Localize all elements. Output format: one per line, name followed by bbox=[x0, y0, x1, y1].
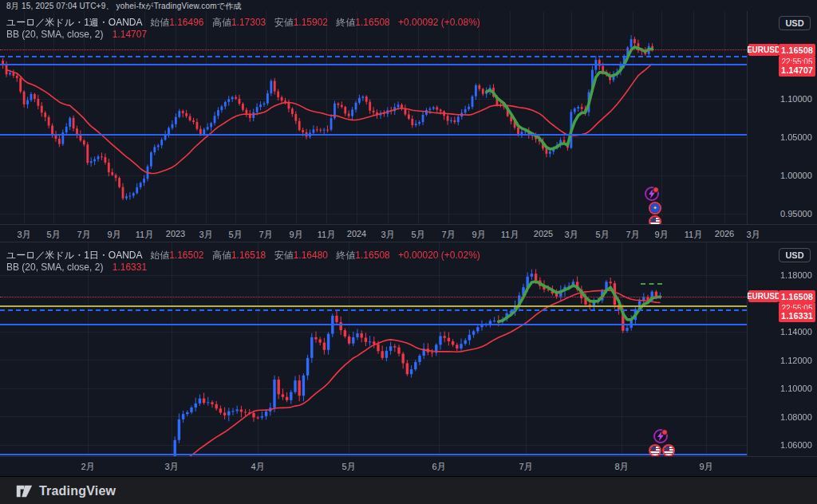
attribution-text: 8月 15, 2025 07:04 UTC+9、 yohei-fxがTradin… bbox=[6, 1, 242, 12]
open-label: 始値 bbox=[150, 250, 169, 261]
horizontal-line-drawing[interactable] bbox=[0, 56, 747, 57]
price-tick-label: 1.14000 bbox=[780, 327, 812, 337]
time-tick-label: 11月 bbox=[136, 229, 153, 241]
current-price-label: 1.16508 bbox=[779, 44, 815, 57]
economic-event-flash-icon[interactable] bbox=[645, 187, 659, 201]
weekly-chart-canvas[interactable] bbox=[0, 11, 747, 224]
tradingview-logo-icon bbox=[16, 484, 33, 498]
us-economic-event-icon[interactable] bbox=[649, 444, 661, 457]
horizontal-line-drawing[interactable] bbox=[0, 64, 747, 65]
horizontal-line-drawing[interactable] bbox=[0, 324, 747, 325]
price-tick-label: 1.10000 bbox=[780, 384, 812, 393]
time-tick-label: 5月 bbox=[595, 229, 609, 241]
low-label: 安値 bbox=[274, 250, 294, 261]
close-label: 終値 bbox=[336, 17, 355, 28]
horizontal-line-drawing[interactable] bbox=[0, 305, 747, 307]
notification-dot bbox=[653, 187, 659, 193]
time-tick-label: 3月 bbox=[199, 229, 212, 241]
high-value: 1.17303 bbox=[231, 17, 266, 28]
time-tick-label: 7月 bbox=[259, 229, 272, 241]
tradingview-wordmark: TradingView bbox=[39, 484, 116, 498]
economic-event-flash-icon[interactable] bbox=[653, 429, 668, 443]
low-value: 1.15902 bbox=[294, 17, 328, 28]
current-price-line-weekly bbox=[0, 49, 747, 50]
current-price-line-daily bbox=[0, 297, 747, 297]
time-tick-label: 8月 bbox=[614, 461, 628, 473]
price-tick-label: 0.95000 bbox=[780, 209, 812, 219]
time-tick-label: 3月 bbox=[564, 229, 578, 241]
currency-toggle-button[interactable]: USD bbox=[779, 248, 811, 262]
time-tick-label: 9月 bbox=[107, 229, 120, 241]
time-tick-label: 7月 bbox=[77, 229, 90, 241]
indicator-legend[interactable]: BB (20, SMA, close, 2) 1.16331 bbox=[6, 262, 147, 273]
time-tick-label: 2月 bbox=[81, 461, 94, 473]
indicator-title: BB (20, SMA, close, 2) bbox=[6, 262, 103, 273]
time-tick-label: 5月 bbox=[411, 229, 424, 241]
short-level-marker[interactable] bbox=[641, 283, 662, 285]
time-tick-label: 9月 bbox=[472, 229, 485, 241]
time-tick-label: 2026 bbox=[715, 229, 734, 238]
time-tick-label: 11月 bbox=[318, 229, 335, 241]
time-tick-label: 11月 bbox=[501, 229, 519, 241]
horizontal-line-drawing[interactable] bbox=[0, 454, 747, 455]
low-value: 1.16480 bbox=[294, 250, 328, 261]
indicator-title: BB (20, SMA, close, 2) bbox=[6, 29, 103, 40]
price-tick-label: 1.08000 bbox=[780, 412, 812, 422]
tradingview-window: 8月 15, 2025 07:04 UTC+9、 yohei-fxがTradin… bbox=[0, 0, 817, 504]
bb-basis-label: 1.16331 bbox=[779, 309, 815, 322]
axis-separator bbox=[747, 242, 748, 456]
eu-economic-event-icon[interactable]: ✦ bbox=[649, 202, 661, 215]
time-tick-label: 5月 bbox=[46, 229, 60, 241]
time-tick-label: 9月 bbox=[654, 229, 668, 241]
price-tick-label: 1.18000 bbox=[780, 270, 812, 280]
high-label: 高値 bbox=[212, 250, 231, 261]
currency-toggle-button[interactable]: USD bbox=[779, 16, 811, 30]
time-tick-label: 4月 bbox=[251, 461, 264, 473]
low-label: 安値 bbox=[274, 17, 294, 28]
bb-basis-label: 1.14707 bbox=[779, 64, 815, 77]
time-axis-weekly[interactable]: 3月5月7月9月11月20233月5月7月9月11月20243月5月7月9月11… bbox=[0, 224, 817, 242]
symbol-title: ユーロ／米ドル・1週・OANDA bbox=[6, 17, 142, 28]
daily-pane: ユーロ／米ドル・1日・OANDA 始値1.16502 高値1.16518 安値1… bbox=[0, 242, 817, 475]
horizontal-line-drawing[interactable] bbox=[0, 309, 747, 311]
symbol-price-flag: EURUSD bbox=[748, 44, 779, 56]
time-tick-label: 2025 bbox=[534, 229, 553, 238]
change-value: +0.00020 (+0.02%) bbox=[398, 250, 480, 261]
price-tick-label: 1.00000 bbox=[780, 171, 812, 180]
indicator-legend[interactable]: BB (20, SMA, close, 2) 1.14707 bbox=[6, 29, 147, 40]
high-label: 高値 bbox=[212, 17, 231, 28]
daily-chart-canvas[interactable] bbox=[0, 242, 747, 456]
time-tick-label: 11月 bbox=[685, 229, 702, 241]
time-tick-label: 2024 bbox=[347, 229, 366, 238]
time-tick-label: 6月 bbox=[432, 461, 445, 473]
time-axis-daily[interactable]: 2月3月4月5月6月7月8月9月 bbox=[0, 456, 817, 474]
price-tick-label: 1.05000 bbox=[780, 132, 812, 142]
close-label: 終値 bbox=[336, 250, 355, 261]
axis-separator bbox=[747, 11, 748, 224]
open-label: 始値 bbox=[150, 17, 169, 28]
time-tick-label: 7月 bbox=[626, 229, 639, 241]
time-tick-label: 3月 bbox=[381, 229, 394, 241]
us-flag-icon bbox=[650, 446, 660, 455]
close-value: 1.16508 bbox=[355, 17, 389, 28]
us-flag-icon bbox=[664, 446, 673, 455]
symbol-legend[interactable]: ユーロ／米ドル・1日・OANDA 始値1.16502 高値1.16518 安値1… bbox=[6, 249, 480, 262]
time-tick-label: 7月 bbox=[519, 461, 532, 473]
change-value: +0.00092 (+0.08%) bbox=[398, 17, 480, 28]
time-tick-label: 9月 bbox=[289, 229, 302, 241]
open-value: 1.16502 bbox=[169, 250, 203, 261]
tradingview-logo[interactable]: TradingView bbox=[16, 484, 116, 498]
us-economic-event-icon[interactable] bbox=[662, 444, 675, 457]
time-tick-label: 3月 bbox=[164, 461, 178, 473]
symbol-legend[interactable]: ユーロ／米ドル・1週・OANDA 始値1.16496 高値1.17303 安値1… bbox=[6, 16, 480, 29]
price-tick-label: 1.12000 bbox=[780, 356, 812, 365]
time-tick-label: 2023 bbox=[166, 229, 185, 238]
weekly-pane: ユーロ／米ドル・1週・OANDA 始値1.16496 高値1.17303 安値1… bbox=[0, 11, 817, 241]
horizontal-line-drawing[interactable] bbox=[0, 134, 747, 136]
time-tick-label: 7月 bbox=[441, 229, 455, 241]
symbol-title: ユーロ／米ドル・1日・OANDA bbox=[6, 250, 142, 261]
open-value: 1.16496 bbox=[169, 17, 203, 28]
time-tick-label: 9月 bbox=[699, 461, 712, 473]
price-tick-label: 1.06000 bbox=[780, 440, 812, 450]
indicator-value: 1.16331 bbox=[112, 262, 147, 273]
